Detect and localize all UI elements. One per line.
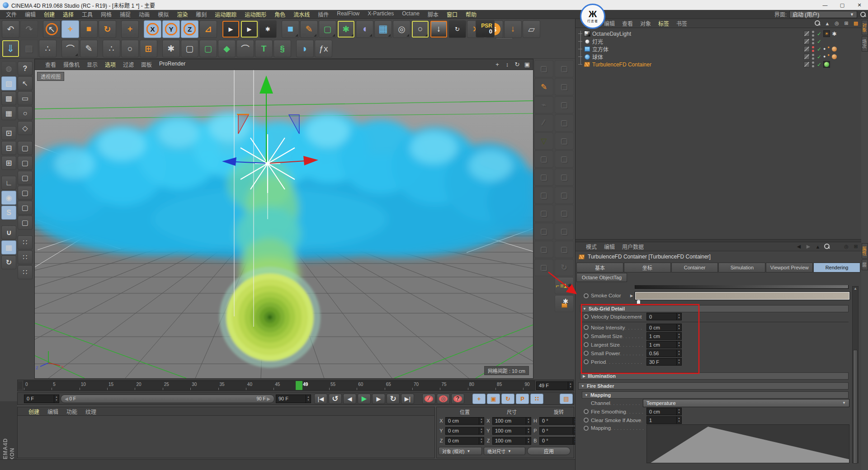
mapping-section-header[interactable]: ▼Mapping: [582, 391, 849, 399]
position-field[interactable]: 0 cm▲▼: [445, 437, 484, 445]
deformer-button[interactable]: ◖: [356, 20, 373, 38]
object-row[interactable]: 球体 ✓: [576, 53, 861, 61]
menu-item[interactable]: 编辑: [43, 407, 62, 416]
point-tool-button[interactable]: ∴: [39, 40, 57, 57]
disabled-tool[interactable]: ▢: [555, 96, 574, 113]
gear-tag-icon[interactable]: ✱: [831, 30, 838, 37]
next-frame-button[interactable]: ▶: [372, 394, 385, 404]
menu-item[interactable]: 书签: [673, 19, 691, 28]
layer-box[interactable]: [804, 31, 810, 37]
menu-item[interactable]: ProRender: [156, 60, 189, 69]
object-row[interactable]: 立方体 ✓: [576, 45, 861, 53]
instance-button[interactable]: ▢: [181, 40, 198, 57]
octane-tag-icon[interactable]: [832, 47, 837, 52]
keyframe-selection-button[interactable]: ?: [451, 394, 464, 404]
simulate-cache-button[interactable]: ↻: [448, 20, 466, 38]
coord-system-button[interactable]: ⊿: [199, 20, 217, 38]
panel-grip[interactable]: [18, 381, 22, 390]
preview-range-slider[interactable]: ◀ 0 F 90 F ▶: [61, 395, 274, 403]
disabled-tool[interactable]: ▢: [534, 169, 553, 186]
lasso-select-button[interactable]: ○: [18, 106, 33, 120]
recycle-tool[interactable]: ↻: [555, 259, 574, 276]
workplane-axis-button[interactable]: ⇓: [2, 40, 19, 57]
current-frame-field[interactable]: 49 F▲▼: [536, 381, 573, 390]
disabled-tool[interactable]: ∷: [18, 265, 33, 279]
disabled-tool[interactable]: ▢: [18, 171, 33, 185]
edges-mode-button[interactable]: ⊟: [1, 141, 16, 155]
enabled-check-icon[interactable]: ✓: [817, 31, 823, 37]
disabled-tool[interactable]: ⌁: [534, 96, 553, 113]
visibility-dots[interactable]: [812, 61, 815, 67]
toggle-view-icon[interactable]: ▣: [523, 61, 531, 69]
new-panel-icon[interactable]: ⊞: [852, 243, 859, 250]
spinner-icon[interactable]: ▲▼: [676, 350, 681, 357]
follow-icon[interactable]: ◎: [843, 243, 850, 250]
disabled-tool[interactable]: ▢: [555, 241, 574, 258]
enabled-check-icon[interactable]: ✓: [817, 54, 823, 60]
dock-tab[interactable]: 属性: [862, 243, 868, 258]
pick-icon[interactable]: ▲: [814, 243, 821, 250]
attribute-tab[interactable]: 基本: [576, 263, 623, 273]
workplane-lock-button[interactable]: ▦: [1, 240, 16, 254]
search-icon[interactable]: [824, 243, 831, 250]
mograph-button[interactable]: ✱: [337, 20, 355, 38]
layer-box[interactable]: [804, 61, 810, 67]
menu-item[interactable]: 文件: [2, 9, 21, 19]
sail-deformer-button[interactable]: ◗: [296, 40, 314, 57]
primitive-cube-button[interactable]: ■: [282, 20, 299, 38]
fire-shader-section-header[interactable]: ▼Fire Shader: [578, 382, 849, 390]
search-icon[interactable]: [814, 20, 821, 27]
disabled-tool[interactable]: ▢: [555, 78, 574, 95]
lock-x-button[interactable]: X: [144, 20, 161, 38]
disabled-tool[interactable]: ▢: [534, 205, 553, 222]
param-field[interactable]: 30 F▲▼: [646, 358, 682, 366]
add-icon[interactable]: ⊞: [843, 20, 850, 27]
menu-item[interactable]: 脚本: [424, 9, 443, 19]
param-field[interactable]: 1 cm▲▼: [646, 332, 682, 340]
position-field[interactable]: 0 cm▲▼: [445, 417, 484, 425]
menu-item[interactable]: 窗口: [443, 9, 462, 19]
disabled-tool[interactable]: ▢: [18, 156, 33, 170]
menu-item[interactable]: 功能: [62, 407, 81, 416]
menu-item[interactable]: 用户数据: [618, 242, 647, 251]
undo-button[interactable]: ↶: [2, 20, 19, 38]
menu-item[interactable]: 编辑: [21, 9, 40, 19]
texture-mode-button[interactable]: ▩: [1, 91, 16, 105]
attribute-tab[interactable]: Container: [671, 263, 718, 273]
channel-dropdown[interactable]: Temperature▼: [643, 399, 849, 407]
spinner-icon[interactable]: ▲▼: [676, 408, 681, 415]
arc-tool-button[interactable]: ⌒: [61, 40, 79, 57]
key-position-button[interactable]: +: [472, 394, 486, 404]
disabled-tool[interactable]: ▢: [555, 187, 574, 204]
spinner-icon[interactable]: ▲▼: [54, 395, 59, 403]
menu-item[interactable]: 网格: [97, 9, 116, 19]
dock-tab[interactable]: 对象: [862, 20, 868, 35]
visibility-dots[interactable]: [812, 31, 815, 37]
disabled-tool[interactable]: ▢: [555, 132, 574, 150]
menu-item[interactable]: 工具: [78, 9, 97, 19]
lock-z-button[interactable]: Z: [181, 20, 198, 38]
menu-item[interactable]: 对象: [637, 19, 655, 28]
interface-dropdown[interactable]: 启动 (用户)▼: [789, 11, 857, 18]
grid-points-button[interactable]: ⊞: [140, 40, 157, 57]
param-field[interactable]: 0 cm▲▼: [646, 408, 682, 415]
redo-button[interactable]: ↷: [20, 20, 38, 38]
key-parameter-button[interactable]: P: [516, 394, 529, 404]
view-icon[interactable]: ◎: [833, 20, 840, 27]
menu-item[interactable]: 显示: [83, 60, 101, 69]
spinner-icon[interactable]: ▲▼: [676, 324, 681, 331]
search-icon[interactable]: [860, 11, 866, 18]
rotate-view-icon[interactable]: ↻: [513, 61, 521, 69]
environment-button[interactable]: ▦: [374, 20, 392, 38]
tfd-emitter-tag-icon[interactable]: [823, 46, 830, 52]
menu-item[interactable]: 创建: [40, 9, 59, 19]
highlighted-tool[interactable]: ▽: [534, 132, 553, 150]
dock-tab[interactable]: 层: [862, 259, 868, 270]
anim-dot[interactable]: [584, 351, 589, 356]
anim-dot[interactable]: [584, 334, 589, 338]
menu-item[interactable]: 过滤: [119, 60, 137, 69]
spinner-icon[interactable]: ▲▼: [479, 437, 484, 444]
coord-mode-dropdown[interactable]: 对象 (相对)▼: [439, 447, 482, 455]
project-settings-button[interactable]: ✱: [555, 295, 574, 312]
loop-button[interactable]: ↻: [387, 394, 400, 404]
